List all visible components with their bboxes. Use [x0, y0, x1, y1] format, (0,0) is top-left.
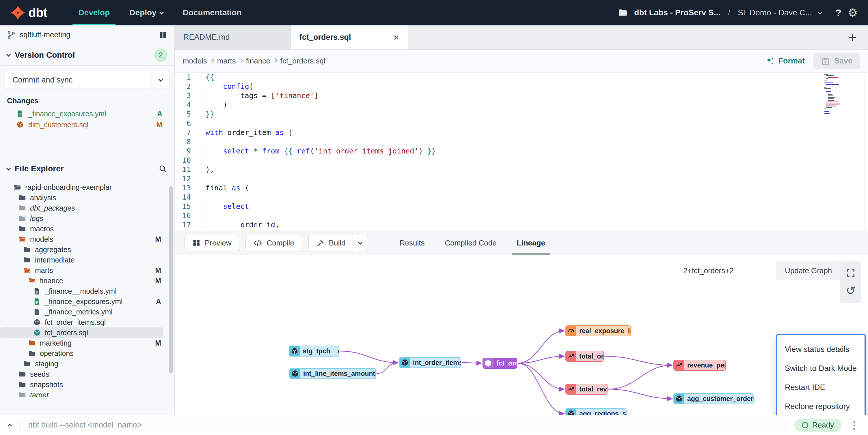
code-line-14[interactable]: 14	[175, 193, 868, 202]
tab-results[interactable]: Results	[400, 231, 425, 255]
tree-item-marts[interactable]: marts M	[0, 265, 163, 275]
code-line-12[interactable]: 12	[175, 174, 868, 183]
tree-item-fct-orders-sql[interactable]: fct_orders.sql	[0, 327, 163, 338]
code-line-16[interactable]: 16	[175, 211, 868, 221]
build-options-dropdown[interactable]	[352, 235, 368, 251]
tab-lineage[interactable]: Lineage	[517, 231, 545, 255]
tree-item--finance-exposures-yml[interactable]: _finance_exposures.yml A	[0, 296, 163, 307]
status-badge[interactable]: Ready	[794, 419, 841, 432]
lineage-selector-input[interactable]	[676, 261, 776, 280]
breadcrumb-finance[interactable]: finance	[246, 57, 270, 65]
lineage-node-fct_orders[interactable]: fct_orders	[483, 358, 517, 369]
lineage-node-int_order_items_joined[interactable]: int_order_items_joined	[399, 357, 461, 368]
code-line-3[interactable]: 3 tags = ['finance']	[175, 91, 868, 100]
tree-item-snapshots[interactable]: snapshots	[0, 379, 163, 390]
format-button[interactable]: Format	[765, 56, 805, 66]
menu-item-restart-ide[interactable]: Restart IDE	[777, 378, 865, 397]
code-editor[interactable]: 1{{2 config(3 tags = ['finance']4 )5}}67…	[175, 73, 868, 231]
nav-deploy[interactable]: Deploy	[120, 0, 173, 25]
breadcrumb-models[interactable]: models	[183, 57, 207, 65]
commit-options-dropdown[interactable]	[152, 71, 169, 89]
code-line-1[interactable]: 1{{	[175, 73, 868, 82]
lineage-node-total_revenue[interactable]: total_revenue	[565, 383, 608, 395]
code-line-17[interactable]: 17 order_id,	[175, 221, 868, 230]
lineage-node-revenue_per_order[interactable]: revenue_per_order	[673, 360, 726, 371]
change-item[interactable]: dim_customers.sql M	[0, 119, 175, 130]
version-control-header[interactable]: Version Control 2	[0, 44, 175, 66]
tree-item-rapid-onboarding-exemplar[interactable]: rapid-onboarding-exemplar	[0, 182, 163, 192]
commit-and-sync-button[interactable]: Commit and sync	[5, 71, 170, 89]
lineage-node-int_line_items_amounts_calculated[interactable]: int_line_items_amounts_calculated	[289, 368, 376, 379]
code-line-9[interactable]: 9 select * from {{ ref('int_order_items_…	[175, 146, 868, 156]
close-icon[interactable]: ×	[393, 32, 399, 43]
code-line-11[interactable]: 11),	[175, 165, 868, 174]
tree-item-aggregates[interactable]: aggregates	[0, 244, 163, 255]
fullscreen-icon[interactable]	[846, 268, 856, 278]
tree-scrollbar[interactable]	[169, 186, 173, 374]
new-tab-button[interactable]: +	[849, 30, 857, 45]
tree-item-marketing[interactable]: marketing M	[0, 338, 163, 348]
lineage-node-total_orders[interactable]: total_orders	[565, 351, 604, 362]
nav-develop[interactable]: Develop	[68, 0, 120, 25]
menu-item-view-status-details[interactable]: View status details	[777, 340, 865, 359]
reset-view-icon[interactable]: ↺	[846, 285, 856, 296]
tree-item-intermediate[interactable]: intermediate	[0, 255, 163, 265]
search-icon[interactable]	[158, 164, 167, 173]
breadcrumb-marts[interactable]: marts	[217, 57, 236, 65]
lineage-node-agg_regions_segments[interactable]: agg_regions_segments	[565, 408, 627, 415]
code-line-10[interactable]: 10	[175, 156, 868, 165]
lineage-node-agg_customer_orders__all_time[interactable]: agg_customer_orders__all_time	[673, 393, 754, 404]
tree-item-logs[interactable]: logs	[0, 213, 163, 224]
tree-item-models[interactable]: models M	[0, 234, 163, 244]
preview-button[interactable]: Preview	[184, 235, 239, 251]
tree-item-finance[interactable]: finance M	[0, 275, 163, 286]
save-button[interactable]: Save	[813, 53, 860, 69]
tab-readme[interactable]: README.md	[175, 25, 291, 49]
lineage-canvas[interactable]: stg_tpch__orders int_line_items_amounts_…	[175, 255, 868, 415]
code-line-15[interactable]: 15 select	[175, 202, 868, 211]
tree-item-seeds[interactable]: seeds	[0, 369, 163, 379]
gear-icon[interactable]: ⚙	[848, 6, 858, 19]
tree-item-dbt-packages[interactable]: dbt_packages	[0, 203, 163, 213]
code-line-5[interactable]: 5}}	[175, 110, 868, 119]
chevron-down-icon[interactable]	[818, 10, 823, 14]
compile-button[interactable]: Compile	[245, 235, 302, 251]
build-button[interactable]: Build	[308, 235, 368, 251]
code-line-6[interactable]: 6	[175, 119, 868, 128]
tree-item-operations[interactable]: operations	[0, 348, 163, 359]
docs-book-icon[interactable]	[158, 30, 167, 39]
code-line-4[interactable]: 4 )	[175, 100, 868, 110]
code-line-7[interactable]: 7with order_item as (	[175, 128, 868, 137]
change-item[interactable]: _finance_exposures.yml A	[0, 108, 175, 119]
menu-item-reclone-repository[interactable]: Reclone repository	[777, 397, 865, 415]
kebab-menu-icon[interactable]: ⋮	[849, 419, 859, 431]
tree-item-analysis[interactable]: analysis	[0, 192, 163, 203]
branch-name[interactable]: sqlfluff-meeting	[20, 30, 70, 39]
update-graph-button[interactable]: Update Graph	[776, 261, 841, 280]
tree-item-staging[interactable]: staging	[0, 359, 163, 369]
account-selector[interactable]: dbt Labs - ProServ S...	[634, 8, 720, 17]
help-button[interactable]: ?	[835, 7, 841, 19]
nav-documentation[interactable]: Documentation	[173, 0, 251, 25]
code-line-13[interactable]: 13final as (	[175, 183, 868, 193]
tab-compiled-code[interactable]: Compiled Code	[445, 231, 496, 255]
tree-item-target[interactable]: target	[0, 390, 163, 397]
tree-item--finance-metrics-yml[interactable]: _finance_metrics.yml	[0, 307, 163, 317]
lineage-node-real_exposure_i_promise[interactable]: real_exposure_i_promise	[565, 325, 631, 336]
editor-scrollbar[interactable]	[864, 73, 865, 231]
tree-item--finance-models-yml[interactable]: _finance__models.yml	[0, 286, 163, 296]
dbt-command-input[interactable]	[19, 417, 787, 433]
dbt-logo[interactable]: dbt	[10, 5, 47, 20]
tree-item-fct-order-items-sql[interactable]: fct_order_items.sql	[0, 317, 163, 327]
project-selector[interactable]: SL Demo - Dave C...	[738, 8, 812, 17]
lineage-node-stg_tpch__orders[interactable]: stg_tpch__orders	[289, 345, 339, 357]
code-line-2[interactable]: 2 config(	[175, 82, 868, 91]
menu-item-switch-to-dark-mode[interactable]: Switch to Dark Mode	[777, 359, 865, 378]
expand-panel-icon[interactable]	[7, 424, 12, 428]
file-explorer-header[interactable]: File Explorer	[0, 160, 175, 177]
tab-fct-orders[interactable]: fct_orders.sql ×	[291, 25, 408, 49]
tree-item-macros[interactable]: macros	[0, 224, 163, 234]
code-line-8[interactable]: 8	[175, 137, 868, 146]
minimap[interactable]	[825, 74, 845, 114]
breadcrumb-file[interactable]: fct_orders.sql	[280, 57, 326, 65]
